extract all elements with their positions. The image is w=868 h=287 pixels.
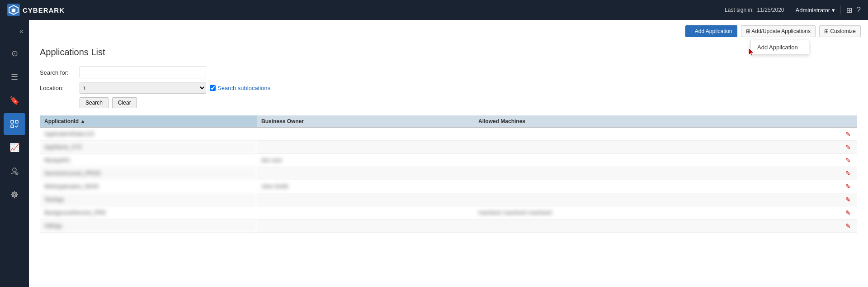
cell-bizowner [257, 128, 474, 141]
edit-icon[interactable]: ✎ [845, 144, 851, 151]
page-title: Applications List [40, 47, 857, 57]
usermgmt-icon [10, 167, 19, 176]
search-button[interactable]: Search [80, 97, 108, 108]
help-icon[interactable]: ? [857, 6, 861, 14]
applications-table: ApplicationId ▲ Business Owner Allowed M… [40, 115, 857, 233]
edit-icon[interactable]: ✎ [845, 130, 851, 138]
edit-icon[interactable]: ✎ [845, 183, 851, 190]
sidebar-item-applications[interactable] [4, 113, 25, 135]
search-sublocations-checkbox-label[interactable]: Search sublocations [210, 85, 270, 91]
cell-action: ✎ [839, 141, 857, 154]
cell-action: ✎ [839, 167, 857, 180]
search-input[interactable] [80, 67, 206, 78]
col-header-bizowner[interactable]: Business Owner [257, 115, 474, 128]
cell-machines [474, 220, 839, 233]
table-row: ApplicationIDabc123✎ [40, 128, 857, 141]
table-header-row: ApplicationId ▲ Business Owner Allowed M… [40, 115, 857, 128]
cell-action: ✎ [839, 128, 857, 141]
cell-action: ✎ [839, 220, 857, 233]
location-row: Location: \ Search sublocations [40, 82, 857, 94]
last-signin-text: Last sign in: 11/25/2020 [725, 7, 784, 13]
location-label: Location: [40, 85, 76, 91]
cell-appid: ServiceAccount_PROD [40, 167, 257, 180]
svg-point-9 [14, 194, 16, 196]
svg-point-7 [13, 168, 16, 172]
cell-appid: UtilApp [40, 220, 257, 233]
svg-rect-5 [15, 120, 18, 123]
cell-machines [474, 167, 839, 180]
cell-appid: MyApp001 [40, 154, 257, 167]
toolbar: + Add Application ⊞ Add/Update Applicati… [685, 25, 861, 37]
svg-rect-4 [11, 120, 14, 123]
dropdown-add-application-item[interactable]: Add Application [751, 40, 809, 54]
sidebar-item-usermgmt[interactable] [4, 160, 25, 182]
cell-bizowner [257, 193, 474, 206]
cyberark-logo: CYBERARK [7, 4, 65, 16]
table-row: ServiceAccount_PROD✎ [40, 167, 857, 180]
col-header-appid[interactable]: ApplicationId ▲ [40, 115, 257, 128]
edit-icon[interactable]: ✎ [845, 170, 851, 177]
cell-machines [474, 128, 839, 141]
applications-table-container: ApplicationId ▲ Business Owner Allowed M… [40, 115, 857, 287]
sidebar-item-analytics[interactable]: 📈 [4, 137, 25, 158]
table-row: BackgroundService_PRDmachine1 machine2 m… [40, 206, 857, 220]
add-update-applications-button[interactable]: ⊞ Add/Update Applications [741, 25, 816, 37]
table-row: WebApplication_MAINJohn Smith✎ [40, 180, 857, 193]
customize-button[interactable]: ⊞ Customize [819, 25, 861, 37]
col-header-action [839, 115, 857, 128]
cell-bizowner: John Smith [257, 180, 474, 193]
svg-point-8 [15, 172, 18, 175]
topnav-icons: ⊞ ? [846, 6, 861, 14]
clear-button[interactable]: Clear [112, 97, 137, 108]
topnav-right: Last sign in: 11/25/2020 Administrator ▾… [725, 5, 861, 14]
content-area: + Add Application ⊞ Add/Update Applicati… [29, 20, 868, 287]
cell-bizowner [257, 206, 474, 220]
sidebar-item-accounts[interactable]: 🔖 [4, 90, 25, 111]
table-row: UtilApp✎ [40, 220, 857, 233]
sidebar-item-reports[interactable]: ☰ [4, 66, 25, 88]
cell-bizowner [257, 167, 474, 180]
cell-appid: TestApp [40, 193, 257, 206]
add-application-button[interactable]: + Add Application [685, 25, 737, 37]
cell-action: ✎ [839, 154, 857, 167]
grid-icon[interactable]: ⊞ [846, 6, 852, 14]
topnav: CYBERARK Last sign in: 11/25/2020 Admini… [0, 0, 868, 20]
config-icon [10, 190, 19, 199]
cell-appid: AppName_XYZ [40, 141, 257, 154]
search-for-label: Search for: [40, 69, 76, 76]
cyberark-logo-icon [7, 4, 20, 16]
table-row: TestApp✎ [40, 193, 857, 206]
edit-icon[interactable]: ✎ [845, 222, 851, 230]
divider2 [840, 5, 841, 14]
col-header-machines[interactable]: Allowed Machines [474, 115, 839, 128]
edit-icon[interactable]: ✎ [845, 157, 851, 164]
sidebar: « ⊙ ☰ 🔖 📈 [0, 20, 29, 287]
svg-rect-6 [11, 125, 14, 128]
table-body: ApplicationIDabc123✎AppName_XYZ✎MyApp001… [40, 128, 857, 233]
edit-icon[interactable]: ✎ [845, 209, 851, 216]
cell-machines [474, 154, 839, 167]
cell-appid: BackgroundService_PRD [40, 206, 257, 220]
cell-machines [474, 193, 839, 206]
svg-point-3 [12, 9, 15, 12]
sidebar-item-dashboard[interactable]: ⊙ [4, 43, 25, 64]
cell-appid: ApplicationIDabc123 [40, 128, 257, 141]
sidebar-item-configuration[interactable] [4, 184, 25, 206]
table-row: AppName_XYZ✎ [40, 141, 857, 154]
cell-action: ✎ [839, 206, 857, 220]
topnav-left: CYBERARK [7, 4, 65, 16]
cell-bizowner [257, 220, 474, 233]
applications-icon [10, 120, 19, 129]
cell-machines [474, 180, 839, 193]
cell-machines [474, 141, 839, 154]
location-select[interactable]: \ [80, 82, 206, 94]
edit-icon[interactable]: ✎ [845, 196, 851, 203]
cell-action: ✎ [839, 193, 857, 206]
cell-bizowner [257, 141, 474, 154]
add-application-dropdown: Add Application [750, 40, 809, 55]
search-buttons-row: Search Clear [40, 97, 857, 108]
search-sublocations-checkbox[interactable] [210, 85, 216, 91]
admin-user-menu[interactable]: Administrator ▾ [796, 7, 835, 14]
sidebar-toggle[interactable]: « [16, 24, 29, 39]
cell-appid: WebApplication_MAIN [40, 180, 257, 193]
